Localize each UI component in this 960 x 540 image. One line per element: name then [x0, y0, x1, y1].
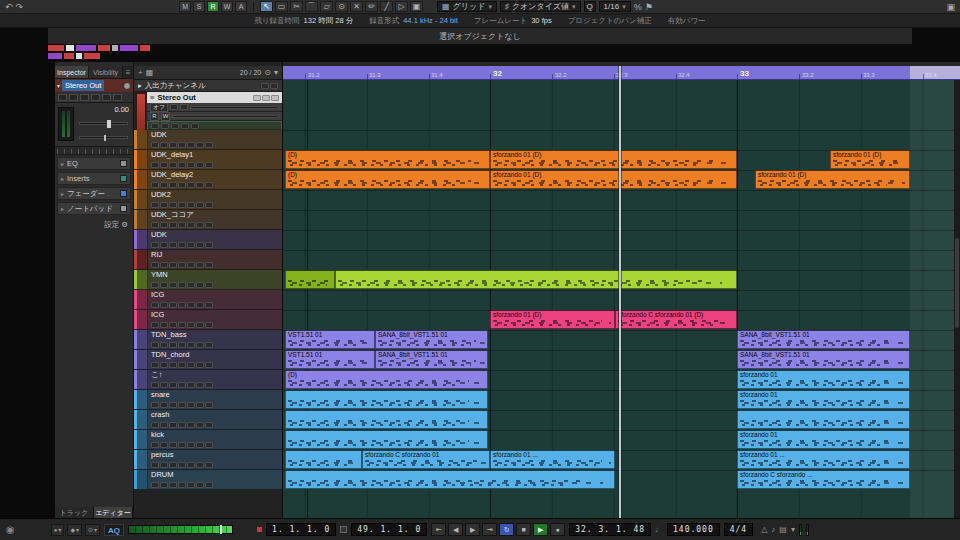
channel-knob-icon[interactable] [123, 82, 131, 90]
track-mini-button[interactable] [178, 262, 186, 268]
midi-clip[interactable] [285, 390, 488, 409]
track-mini-button[interactable] [160, 262, 168, 268]
track-name[interactable]: UDK_delay1 [148, 150, 282, 160]
midi-clip[interactable]: sforzando C sforzando 01 (D) [615, 310, 737, 329]
track-mini-button[interactable] [178, 422, 186, 428]
track-mini-button[interactable] [270, 83, 278, 89]
track-list-item[interactable]: TDN_bass [134, 330, 282, 350]
midi-clip[interactable]: sforzando 01 [737, 370, 910, 389]
track-mini-button[interactable] [160, 402, 168, 408]
track-mini-button[interactable] [187, 402, 195, 408]
track-name[interactable]: RIJ [148, 250, 282, 260]
routing-button[interactable] [151, 123, 159, 129]
track-mini-button[interactable] [160, 422, 168, 428]
midi-clip[interactable] [285, 450, 362, 469]
track-mini-button[interactable] [187, 322, 195, 328]
track-mini-button[interactable] [205, 302, 213, 308]
track-mini-button[interactable] [178, 302, 186, 308]
inspector-section[interactable]: ▸EQ [57, 157, 131, 170]
track-mini-button[interactable] [205, 202, 213, 208]
track-mini-button[interactable] [205, 142, 213, 148]
midi-clip[interactable] [285, 470, 615, 489]
track-mini-button[interactable] [178, 242, 186, 248]
master-track-row[interactable]: ≡ Stereo Out [147, 92, 282, 103]
track-mini-button[interactable] [196, 222, 204, 228]
midi-clip[interactable]: sforzando 01 (D) [830, 150, 910, 169]
track-mini-button[interactable] [187, 262, 195, 268]
color-tool[interactable]: ▣ [410, 1, 423, 12]
audition-tool[interactable]: ▷ [395, 1, 408, 12]
transport-menu-icon[interactable]: ◉ [6, 524, 15, 535]
channel-mini-button[interactable] [80, 94, 89, 101]
write-automation-button[interactable]: W [161, 112, 170, 121]
track-name[interactable]: こ↑ [148, 370, 282, 380]
midi-clip[interactable]: sforzando 01 (D) [490, 170, 737, 189]
track-mini-button[interactable] [178, 222, 186, 228]
track-mini-button[interactable] [205, 242, 213, 248]
song-position-display[interactable]: 32. 3. 1. 48 [569, 523, 651, 536]
track-list-item[interactable]: UDK_delay1 [134, 150, 282, 170]
track-name[interactable]: crash [148, 410, 282, 420]
track-mini-button[interactable] [196, 302, 204, 308]
toolbar-r-button[interactable]: R [207, 1, 219, 12]
track-list-item[interactable]: kick [134, 430, 282, 450]
undo-icon[interactable]: ↶ [5, 1, 13, 13]
midi-clip[interactable] [335, 270, 737, 289]
window-layout-icon[interactable]: ▣ [946, 1, 955, 13]
track-list-item[interactable]: ICG [134, 310, 282, 330]
transport-mini-dropdown[interactable]: ◆▾ [67, 524, 82, 536]
playhead[interactable] [619, 66, 621, 518]
track-mini-button[interactable] [169, 302, 177, 308]
track-mini-button[interactable] [205, 402, 213, 408]
track-mini-button[interactable] [151, 302, 159, 308]
midi-clip[interactable] [737, 410, 910, 429]
track-mini-button[interactable] [151, 262, 159, 268]
track-mini-button[interactable] [187, 462, 195, 468]
chevron-down-icon[interactable]: ▾ [274, 68, 278, 77]
midi-clip[interactable]: sforzando 01 [737, 430, 910, 449]
track-mini-button[interactable] [187, 242, 195, 248]
master-volume-slider[interactable] [190, 106, 279, 109]
track-name[interactable]: percus [148, 450, 282, 460]
track-mini-button[interactable] [178, 142, 186, 148]
toolbar-s-button[interactable]: S [193, 1, 205, 12]
track-list-item[interactable]: UDK [134, 130, 282, 150]
quantize-preset-dropdown[interactable]: ♯ クオンタイズ値 ▾ [500, 1, 581, 12]
track-mini-button[interactable] [196, 282, 204, 288]
midi-clip[interactable] [285, 430, 488, 449]
track-mini-button[interactable] [151, 462, 159, 468]
track-mini-button[interactable] [196, 202, 204, 208]
track-mini-button[interactable] [160, 342, 168, 348]
track-mini-button[interactable] [178, 162, 186, 168]
track-mini-button[interactable] [187, 182, 195, 188]
more-caret-icon[interactable]: ▾ [791, 525, 795, 534]
track-mini-button[interactable] [178, 362, 186, 368]
auto-quantize-button[interactable]: AQ [104, 524, 124, 536]
track-mini-button[interactable] [178, 382, 186, 388]
track-mini-button[interactable] [187, 202, 195, 208]
track-mini-button[interactable] [160, 162, 168, 168]
track-mini-button[interactable] [253, 95, 261, 101]
track-mini-button[interactable] [151, 362, 159, 368]
track-list-item[interactable]: UDK_ココア [134, 210, 282, 230]
track-name[interactable]: ICG [148, 310, 282, 320]
track-mini-button[interactable] [169, 242, 177, 248]
track-mini-button[interactable] [205, 462, 213, 468]
track-mini-button[interactable] [196, 162, 204, 168]
track-name[interactable]: snare [148, 390, 282, 400]
section-state-icon[interactable] [120, 205, 127, 212]
track-mini-button[interactable] [205, 262, 213, 268]
midi-clip[interactable]: (D) [285, 150, 490, 169]
track-mini-button[interactable] [196, 442, 204, 448]
track-mini-button[interactable] [271, 95, 279, 101]
track-mini-button[interactable] [151, 282, 159, 288]
track-mini-button[interactable] [169, 162, 177, 168]
track-mini-button[interactable] [151, 162, 159, 168]
track-mini-button[interactable] [151, 402, 159, 408]
track-mini-button[interactable] [187, 382, 195, 388]
midi-clip[interactable]: SANA_8bit_VST1.51 01 [375, 330, 488, 349]
quantize-value-dropdown[interactable]: 1/16 ▾ [599, 1, 631, 12]
track-mini-button[interactable] [205, 362, 213, 368]
track-name[interactable]: ICG [148, 290, 282, 300]
track-list-item[interactable]: YMN [134, 270, 282, 290]
